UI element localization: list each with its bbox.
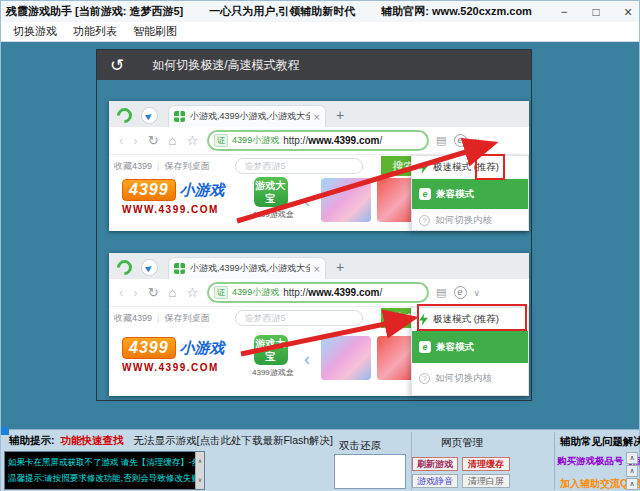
menu-item-kernel-help[interactable]: ? 如何切换内核 (412, 209, 528, 232)
carousel-prev-icon[interactable]: ‹ (304, 349, 310, 370)
site-name: 4399小游戏 (232, 286, 279, 299)
send-page-icon: ▶ (141, 107, 158, 124)
bookmark-save-desktop[interactable]: 保存到桌面 (164, 160, 209, 173)
logo-text: 小游戏 (180, 339, 225, 358)
new-tab-button[interactable]: + (336, 107, 344, 123)
divider (554, 432, 555, 490)
status-chip (1, 427, 9, 435)
site-verified-badge: 证 (214, 134, 228, 147)
tip-label: 辅助提示: (9, 434, 55, 448)
page-tools-icon[interactable]: ▤ (436, 135, 446, 146)
site-logo: 4399 小游戏 WWW.4399.COM (122, 337, 225, 373)
send-page-icon: ▶ (141, 259, 158, 276)
menu-smart-farm[interactable]: 智能刷图 (129, 22, 181, 41)
forward-nav-icon[interactable]: › (133, 286, 137, 299)
clear-white-screen-button[interactable]: 清理白屏 (462, 474, 510, 488)
gamebox-block[interactable]: 游戏大宝 4399游戏盒 (252, 177, 289, 220)
scroll-up-icon[interactable]: ∧ (626, 478, 638, 490)
logo-text: 小游戏 (180, 181, 225, 200)
bookmark-collect[interactable]: 收藏4399 (114, 160, 152, 173)
browser-toolbar: ‹ › ↻ ⌂ ☆ 证 4399小游戏 http://www.4399.com/… (109, 127, 529, 155)
bookmark-star-icon[interactable]: ☆ (186, 286, 198, 299)
menu-function-list[interactable]: 功能列表 (69, 22, 121, 41)
side-scroll-arrows[interactable]: ∧ ∧ ∧ (626, 452, 638, 490)
browser-content: 收藏4399 | 保存到桌面 搜索 4399 小游戏 WWW.4399.COM (109, 155, 529, 231)
page-url: http://www.4399.com/ (283, 287, 382, 298)
scroll-down-icon[interactable]: ∨ (198, 472, 202, 488)
restore-label: 双击还原 (339, 439, 381, 453)
maximize-button[interactable]: □ (589, 5, 603, 19)
clear-cache-button[interactable]: 清理缓存 (462, 457, 510, 471)
minimize-button[interactable]: − (557, 5, 571, 19)
back-nav-icon[interactable]: ‹ (119, 286, 123, 299)
back-nav-icon[interactable]: ‹ (119, 134, 123, 147)
browser-logo-icon (114, 105, 135, 126)
reload-icon[interactable]: ↻ (148, 286, 159, 299)
restore-listbox[interactable] (334, 454, 406, 489)
bookmark-collect[interactable]: 收藏4399 (114, 312, 152, 325)
help-circle-icon: ? (419, 373, 430, 384)
browser-logo-icon (114, 257, 135, 278)
browser-tab[interactable]: 小游戏,4399小游戏,小游戏大全 × (168, 257, 326, 279)
close-button[interactable]: × (621, 4, 635, 20)
mute-game-button[interactable]: 游戏静音 (412, 474, 458, 488)
mode-switch-icon[interactable]: e (454, 134, 467, 147)
console-line2: 温馨提示:请按照要求修改功能,否则会导致修改失败 (8, 470, 192, 486)
menu-switch-game[interactable]: 切换游戏 (9, 22, 61, 41)
logo-4399: 4399 (122, 337, 176, 359)
menu-item-compat-mode[interactable]: e 兼容模式 (412, 179, 528, 209)
reload-icon[interactable]: ↻ (148, 134, 159, 147)
gamebox-block[interactable]: 游戏大宝 4399游戏盒 (252, 335, 289, 378)
home-icon[interactable]: ⌂ (169, 134, 177, 147)
refresh-game-button[interactable]: 刷新游戏 (412, 457, 458, 471)
highlight-box-mode-button (475, 154, 505, 180)
tab-close-icon[interactable]: × (314, 263, 320, 275)
browser-tab-bar: ▶ 小游戏,4399小游戏,小游戏大全 × + (109, 253, 529, 279)
browser-screenshot-step2: ▶ 小游戏,4399小游戏,小游戏大全 × + ‹ › ↻ ⌂ ☆ 证 4399… (109, 253, 529, 396)
logo-4399: 4399 (122, 179, 176, 201)
menu-item-speed-mode[interactable]: 极速模式 (推荐) (412, 156, 528, 179)
mode-dropdown-menu: 极速模式 (推荐) e 兼容模式 ? 如何切换内核 (411, 155, 529, 231)
site-favicon-icon (174, 111, 185, 122)
forward-nav-icon[interactable]: › (133, 134, 137, 147)
gamebox-caption: 4399游戏盒 (252, 367, 289, 378)
menu-item-compat-mode[interactable]: e 兼容模式 (412, 331, 528, 363)
window-controls: − □ × (557, 1, 635, 22)
main-area: ↺ 如何切换极速/高速模式教程 1.点击地址栏此处按钮 2.选择极速模式 ▶ 小… (1, 42, 639, 429)
lightning-icon (419, 161, 428, 174)
tip-row: 辅助提示: 功能快速查找 无法显示游戏[点击此处下载最新Flash解决] (9, 434, 333, 448)
page-tools-icon[interactable]: ▤ (436, 287, 446, 298)
back-icon[interactable]: ↺ (110, 57, 124, 74)
game-thumbnail[interactable] (321, 336, 371, 380)
app-title: 残霞游戏助手 [当前游戏: 造梦西游5] (6, 4, 183, 19)
scroll-up-icon[interactable]: ∧ (626, 465, 638, 477)
search-input[interactable] (235, 158, 363, 174)
scroll-up-icon[interactable]: ∧ (198, 453, 202, 469)
browser-screenshot-step1: ▶ 小游戏,4399小游戏,小游戏大全 × + ‹ › ↻ ⌂ ☆ 证 4399… (109, 101, 529, 231)
gamebox-caption: 4399游戏盒 (252, 209, 289, 220)
faq-title: 辅助常见问题解决方法 (560, 435, 640, 449)
home-icon[interactable]: ⌂ (169, 286, 177, 299)
address-bar[interactable]: 证 4399小游戏 http://www.4399.com/ (207, 282, 429, 303)
mode-switch-icon[interactable]: e (454, 286, 467, 299)
address-bar[interactable]: 证 4399小游戏 http://www.4399.com/ (207, 130, 429, 151)
bookmark-star-icon[interactable]: ☆ (186, 134, 198, 147)
game-thumbnail[interactable] (321, 178, 371, 222)
quick-find-link[interactable]: 功能快速查找 (61, 434, 124, 448)
browser-tab[interactable]: 小游戏,4399小游戏,小游戏大全 × (168, 105, 326, 127)
scroll-up-icon[interactable]: ∧ (626, 452, 638, 464)
menu-item-kernel-help[interactable]: ? 如何切换内核 (412, 363, 528, 393)
menu-bar: 切换游戏 功能列表 智能刷图 (1, 22, 639, 42)
chevron-down-icon[interactable]: ∨ (474, 288, 481, 298)
console-scrollbar[interactable]: ∧ ∨ (195, 452, 204, 489)
site-verified-badge: 证 (214, 286, 228, 299)
bookmark-save-desktop[interactable]: 保存到桌面 (164, 312, 209, 325)
carousel-prev-icon[interactable]: ‹ (304, 191, 310, 212)
new-tab-button[interactable]: + (336, 259, 344, 275)
tab-close-icon[interactable]: × (314, 111, 320, 123)
bottom-panel: 辅助提示: 功能快速查找 无法显示游戏[点击此处下载最新Flash解决] 如果卡… (1, 429, 639, 491)
search-input[interactable] (235, 310, 363, 326)
chevron-down-icon[interactable]: ∨ (474, 136, 481, 146)
tutorial-title: 如何切换极速/高速模式教程 (152, 57, 299, 74)
flash-fix-link[interactable]: 无法显示游戏[点击此处下载最新Flash解决] (134, 434, 334, 448)
